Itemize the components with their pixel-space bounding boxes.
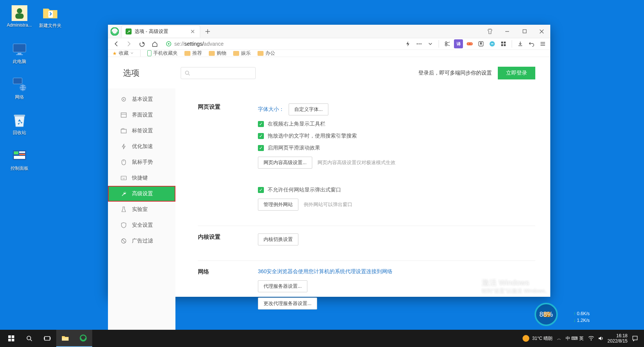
desktop-icon-newfolder[interactable]: 新建文件夹 <box>36 5 64 29</box>
manage-exceptions-button[interactable]: 管理例外网站 <box>258 199 298 211</box>
grid-icon[interactable] <box>499 39 508 48</box>
volume-icon[interactable] <box>598 335 603 341</box>
sun-icon <box>523 335 529 342</box>
font-size-label: 字体大小： <box>258 106 284 113</box>
settings-search-input[interactable] <box>181 67 256 79</box>
folder-icon <box>42 5 58 21</box>
change-proxy-button[interactable]: 更改代理服务器设置... <box>258 298 317 310</box>
svg-rect-2 <box>15 13 24 19</box>
titlebar: 选项 - 高级设置 <box>108 25 550 38</box>
new-tab-button[interactable] <box>202 26 213 37</box>
sidebar-item-adblock[interactable]: 广告过滤 <box>108 233 175 249</box>
task-view-button[interactable] <box>38 330 56 347</box>
browser-tab[interactable]: 选项 - 高级设置 <box>121 25 200 37</box>
checkbox-block-popups[interactable]: ✓不允许任何网站显示弹出式窗口 <box>258 187 535 193</box>
bookmark-folder[interactable]: 娱乐 <box>233 50 251 57</box>
svg-point-23 <box>445 44 447 46</box>
navbar: se://settings/advance 译 <box>108 38 550 50</box>
ime-indicator[interactable]: 中 ⌨ 英 <box>566 335 584 342</box>
wifi-icon[interactable] <box>588 335 594 341</box>
mouse-icon <box>121 159 127 165</box>
close-button[interactable] <box>533 25 550 38</box>
minimize-button[interactable] <box>499 25 516 38</box>
close-icon[interactable] <box>189 28 196 35</box>
svg-rect-50 <box>62 338 69 341</box>
desktop-icon-controlpanel[interactable]: 控制面板 <box>5 148 33 172</box>
page-content-advanced-button[interactable]: 网页内容高级设置... <box>258 157 312 169</box>
forward-button[interactable] <box>124 39 134 49</box>
settings-content[interactable]: 网页设置 字体大小： 自定义字体... ✓在视频右上角显示工具栏 ✓拖放选中的文… <box>175 88 550 340</box>
page-header: 选项 登录后，即可多端同步你的设置 立即登录 <box>108 57 550 88</box>
menu-icon[interactable] <box>538 39 547 48</box>
skin-button[interactable] <box>481 25 499 38</box>
desktop-icon-network[interactable]: 网络 <box>5 77 33 100</box>
sidebar-item-advanced[interactable]: 高级设置 <box>108 186 175 202</box>
bookmark-folder[interactable]: 购物 <box>209 50 226 57</box>
tray-chevron-icon[interactable]: ︿ <box>557 336 561 341</box>
windows-activation-watermark: 激活 Windows 转到"设置"以激活 Windows。 <box>482 278 550 295</box>
svg-rect-40 <box>121 176 126 180</box>
kernel-switch-button[interactable]: 内核切换设置 <box>258 233 298 245</box>
checkbox-smooth-scroll[interactable]: ✓启用网页平滑滚动效果 <box>258 145 535 151</box>
checkbox-video-toolbar[interactable]: ✓在视频右上角显示工具栏 <box>258 121 535 127</box>
file-explorer-task[interactable] <box>56 330 74 347</box>
mobile-bookmarks[interactable]: 手机收藏夹 <box>147 50 178 57</box>
notifications-icon[interactable] <box>632 335 638 341</box>
proxy-settings-button[interactable]: 代理服务器设置... <box>258 280 307 292</box>
tray-icons[interactable] <box>588 335 603 341</box>
start-button[interactable] <box>2 330 20 347</box>
network-usage-badge[interactable]: 88% <box>535 303 558 326</box>
sidebar-item-security[interactable]: 安全设置 <box>108 217 175 233</box>
sidebar-item-interface[interactable]: 界面设置 <box>108 107 175 123</box>
favorites-menu[interactable]: ★收藏 <box>112 50 133 57</box>
keyboard-icon <box>121 175 127 181</box>
desktop-icon-recycle[interactable]: 回收站 <box>5 112 33 136</box>
svg-point-46 <box>27 336 31 340</box>
sidebar-item-mouse[interactable]: 鼠标手势 <box>108 154 175 170</box>
flask-icon <box>121 206 127 212</box>
translate-icon[interactable]: 译 <box>454 39 463 48</box>
monitor-icon <box>12 41 27 57</box>
search-icon <box>185 70 190 76</box>
browser-task[interactable] <box>74 330 92 347</box>
sidebar-item-shortcuts[interactable]: 快捷键 <box>108 170 175 186</box>
desktop-icon-thispc[interactable]: 此电脑 <box>5 41 33 65</box>
weather-widget[interactable]: 31°C 晴朗 <box>523 335 553 342</box>
more-icon[interactable] <box>415 39 424 48</box>
url-bar[interactable]: se://settings/advance <box>162 38 401 49</box>
sidebar-item-tabs[interactable]: 标签设置 <box>108 123 175 139</box>
checkbox-drag-search[interactable]: ✓拖放选中的文字时，使用搜索引擎搜索 <box>258 133 535 139</box>
undo-icon[interactable] <box>527 39 536 48</box>
custom-font-button[interactable]: 自定义字体... <box>289 103 328 115</box>
reload-button[interactable] <box>136 39 147 49</box>
search-button[interactable] <box>20 330 38 347</box>
chevron-down-icon[interactable] <box>426 39 435 48</box>
section-page-settings: 网页设置 字体大小： 自定义字体... ✓在视频右上角显示工具栏 ✓拖放选中的文… <box>198 96 535 226</box>
login-button[interactable]: 立即登录 <box>498 67 535 79</box>
bookmarks-bar: ★收藏 手机收藏夹 推荐 购物 娱乐 办公 <box>108 50 550 57</box>
gamepad-icon[interactable] <box>465 39 474 48</box>
gear-icon <box>121 96 127 102</box>
sidebar-item-basic[interactable]: 基本设置 <box>108 91 175 107</box>
desktop-icon-admin[interactable]: Administra... <box>5 5 33 28</box>
maximize-button[interactable] <box>516 25 533 38</box>
taskbar: 31°C 晴朗 ︿ 中 ⌨ 英 16:18 2022/8/15 <box>0 330 644 347</box>
home-button[interactable] <box>149 39 160 49</box>
clock[interactable]: 16:18 2022/8/15 <box>608 333 628 344</box>
bookmark-rect-icon[interactable] <box>476 39 485 48</box>
flash-icon[interactable] <box>403 39 412 48</box>
svg-rect-9 <box>14 115 25 117</box>
svg-rect-38 <box>121 129 126 133</box>
svg-point-52 <box>591 340 592 341</box>
download-icon[interactable] <box>516 39 525 48</box>
bookmark-folder[interactable]: 办公 <box>258 50 275 57</box>
browser-window: 选项 - 高级设置 se://settings/advance <box>108 25 550 297</box>
back-button[interactable] <box>111 39 121 49</box>
bookmark-folder[interactable]: 推荐 <box>184 50 202 57</box>
sidebar-item-optimize[interactable]: 优化加速 <box>108 139 175 154</box>
svg-rect-7 <box>13 78 22 84</box>
scissors-icon[interactable] <box>443 39 452 48</box>
svg-point-26 <box>471 43 472 44</box>
sidebar-item-lab[interactable]: 实验室 <box>108 202 175 217</box>
network-status-icon[interactable] <box>488 39 497 48</box>
